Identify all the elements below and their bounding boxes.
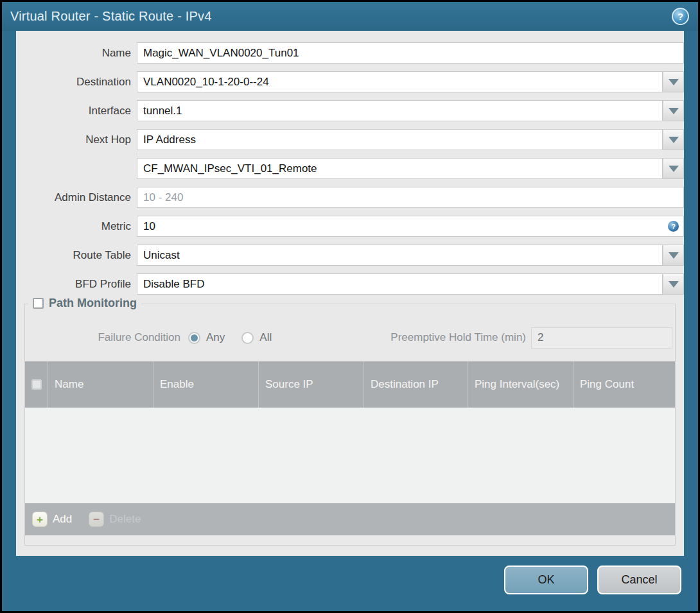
preemptive-hold-time-label: Preemptive Hold Time (min) [390, 331, 531, 344]
failure-condition-all-radio[interactable] [241, 332, 254, 344]
titlebar: Virtual Router - Static Route - IPv4 ? [2, 2, 698, 31]
path-monitoring-title: Path Monitoring [49, 297, 137, 310]
bfd-profile-select[interactable] [137, 273, 663, 295]
chevron-down-icon [669, 166, 679, 172]
metric-label: Metric [16, 220, 137, 233]
preemptive-hold-time-input[interactable] [531, 327, 672, 349]
bfd-profile-label: BFD Profile [16, 278, 137, 291]
column-header-ping-interval[interactable]: Ping Interval(sec) [468, 361, 573, 408]
form-row-next-hop: Next Hop [16, 129, 684, 150]
delete-button[interactable]: − Delete [89, 512, 141, 527]
help-icon[interactable]: ? [672, 8, 689, 25]
chevron-down-icon [669, 252, 679, 259]
dialog-frame: Virtual Router - Static Route - IPv4 ? N… [2, 2, 698, 611]
minus-icon: − [89, 512, 104, 527]
form-row-interface: Interface [16, 100, 684, 121]
table-body-empty [25, 408, 675, 503]
add-button[interactable]: + Add [32, 512, 72, 527]
column-header-source-ip[interactable]: Source IP [258, 361, 363, 408]
destination-label: Destination [16, 76, 137, 89]
interface-dropdown-button[interactable] [663, 100, 684, 121]
form-row-route-table: Route Table [16, 245, 684, 266]
name-label: Name [16, 47, 137, 60]
chevron-down-icon [669, 137, 679, 143]
metric-help-icon[interactable]: ? [668, 221, 679, 232]
dialog-footer: OK Cancel [2, 556, 698, 611]
next-hop-type-select[interactable] [137, 129, 663, 150]
column-header-ping-count[interactable]: Ping Count [573, 361, 675, 408]
admin-distance-input[interactable] [137, 187, 684, 208]
failure-condition-any-label: Any [206, 331, 225, 344]
form-row-destination: Destination [16, 71, 684, 92]
form-row-admin-distance: Admin Distance [16, 187, 684, 208]
bfd-profile-dropdown-button[interactable] [663, 273, 684, 295]
cancel-button[interactable]: Cancel [597, 566, 681, 594]
dialog-body: Name Destination Interface [16, 31, 684, 556]
plus-icon: + [32, 512, 48, 527]
dialog-window: Virtual Router - Static Route - IPv4 ? N… [0, 0, 700, 613]
route-table-dropdown-button[interactable] [663, 245, 684, 266]
delete-button-label: Delete [109, 513, 141, 526]
path-monitoring-section: Path Monitoring Failure Condition Any Al… [24, 304, 676, 546]
chevron-down-icon [669, 108, 679, 114]
column-header-name[interactable]: Name [48, 361, 153, 408]
destination-input[interactable] [137, 71, 663, 92]
destination-dropdown-button[interactable] [663, 71, 684, 92]
interface-label: Interface [16, 105, 137, 117]
add-button-label: Add [53, 513, 72, 526]
interface-input[interactable] [137, 100, 663, 121]
ok-button[interactable]: OK [504, 566, 588, 594]
form-row-name: Name [16, 42, 684, 64]
form-row-bfd-profile: BFD Profile [16, 273, 684, 295]
failure-condition-any-radio[interactable] [188, 332, 200, 344]
column-header-enable[interactable]: Enable [153, 361, 258, 408]
name-input[interactable] [137, 42, 684, 64]
chevron-down-icon [669, 79, 679, 85]
form-row-next-hop-address [16, 158, 684, 179]
failure-condition-label: Failure Condition [25, 331, 188, 344]
next-hop-label: Next Hop [16, 134, 137, 146]
form-row-metric: Metric ? [16, 216, 684, 237]
table-header-row: Name Enable Source IP Destination IP Pin… [25, 361, 675, 408]
next-hop-type-dropdown-button[interactable] [663, 129, 684, 150]
select-all-checkbox[interactable] [31, 379, 42, 390]
path-monitoring-checkbox[interactable] [33, 298, 44, 309]
metric-input[interactable] [137, 216, 684, 237]
dialog-title: Virtual Router - Static Route - IPv4 [10, 9, 212, 24]
failure-condition-row: Failure Condition Any All Preemptive Hol… [25, 327, 675, 349]
route-table-select[interactable] [137, 245, 663, 266]
chevron-down-icon [669, 281, 679, 288]
select-all-header-cell [25, 361, 48, 408]
failure-condition-all-label: All [259, 331, 272, 344]
admin-distance-label: Admin Distance [16, 191, 137, 204]
path-monitoring-legend: Path Monitoring [28, 297, 141, 310]
column-header-destination-ip[interactable]: Destination IP [363, 361, 468, 408]
table-toolbar: + Add − Delete [25, 503, 675, 535]
route-table-label: Route Table [16, 249, 137, 262]
path-monitoring-table: Name Enable Source IP Destination IP Pin… [25, 361, 675, 535]
next-hop-address-dropdown-button[interactable] [663, 158, 684, 179]
next-hop-address-input[interactable] [137, 158, 663, 179]
